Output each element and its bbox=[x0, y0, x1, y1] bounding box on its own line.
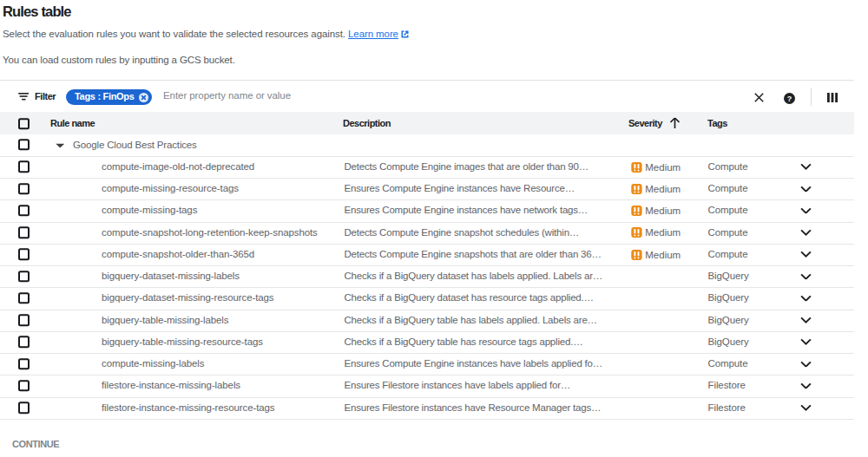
svg-text:?: ? bbox=[787, 94, 792, 102]
